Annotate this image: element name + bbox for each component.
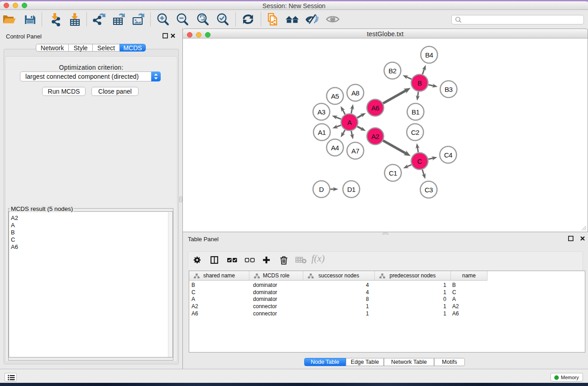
svg-text:A3: A3: [317, 108, 325, 116]
svg-text:D: D: [319, 186, 324, 193]
svg-text:B: B: [417, 79, 422, 87]
svg-text:B3: B3: [445, 86, 453, 93]
svg-text:C: C: [417, 157, 422, 165]
svg-text:A: A: [347, 119, 352, 126]
svg-text:B1: B1: [411, 108, 420, 116]
svg-text:A1: A1: [318, 129, 326, 136]
svg-text:A4: A4: [331, 144, 339, 152]
svg-text:A8: A8: [351, 89, 359, 97]
svg-text:A7: A7: [351, 147, 359, 155]
svg-text:A6: A6: [371, 104, 379, 112]
svg-text:B2: B2: [388, 67, 397, 75]
svg-text:B4: B4: [425, 51, 433, 59]
svg-text:C3: C3: [425, 186, 433, 194]
svg-text:C4: C4: [444, 151, 452, 159]
svg-text:A2: A2: [371, 133, 379, 140]
svg-text:C1: C1: [389, 169, 397, 177]
svg-text:A5: A5: [331, 92, 339, 100]
svg-text:D1: D1: [347, 186, 355, 193]
svg-text:C2: C2: [411, 129, 419, 136]
